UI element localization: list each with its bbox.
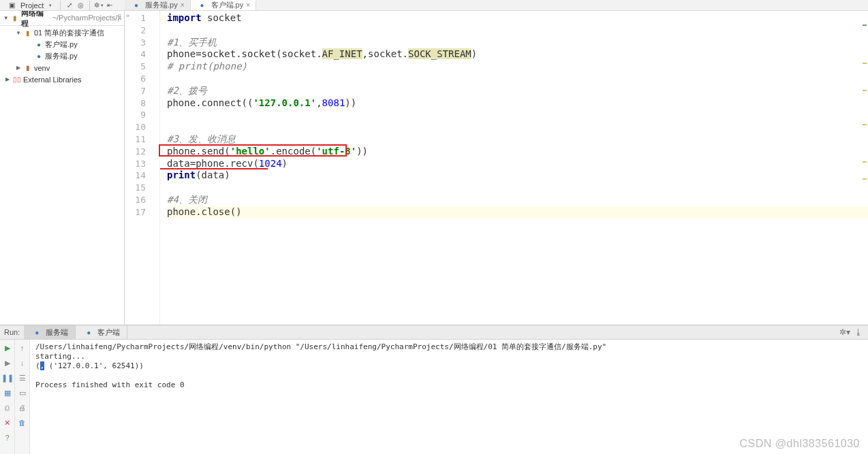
code-line[interactable]: phone.close() — [167, 206, 868, 218]
line-number: 7 — [125, 85, 159, 97]
gear-icon[interactable]: ✲▾ — [839, 327, 850, 337]
scroll-icon[interactable]: ▭ — [17, 387, 28, 398]
code-line[interactable]: print(data) — [167, 169, 868, 182]
project-header[interactable]: ▼ ▮ 网络编程 ~/PycharmProjects/网 — [0, 11, 124, 26]
tree-item[interactable]: ●客户端.py — [0, 39, 124, 50]
code-line[interactable]: #2、拨号 — [167, 85, 868, 97]
python-icon: ● — [32, 327, 42, 337]
run-config-tab[interactable]: ●服务端 — [24, 325, 76, 339]
minimize-icon[interactable]: ⭳ — [854, 327, 863, 337]
print-icon[interactable]: ⎙ — [2, 402, 13, 413]
wrap-icon[interactable]: ☰ — [17, 372, 28, 383]
project-tool-button[interactable]: ▣ Project ▾ — [3, 1, 56, 10]
editor-tab[interactable]: ●服务端.py× — [125, 0, 191, 10]
run-header: Run: ●服务端●客户端 ✲▾ ⭳ — [0, 325, 868, 340]
tab-label: 服务端.py — [145, 0, 178, 10]
close-icon[interactable]: ✕ — [2, 417, 13, 428]
line-number: 10 — [125, 121, 159, 133]
run-gutter-right: ↑↓☰▭🖨🗑 — [15, 340, 30, 454]
line-number: 9 — [125, 109, 159, 121]
stripe-warn-icon — [863, 63, 867, 64]
tree-item-label: 01 简单的套接字通信 — [34, 28, 104, 38]
target-icon[interactable]: ◎ — [76, 1, 85, 10]
run-tab-label: 客户端 — [97, 327, 120, 338]
code-line[interactable]: #4、关闭 — [167, 194, 868, 206]
line-number: 3 — [125, 37, 159, 49]
line-number: 11 — [125, 133, 159, 146]
line-number: 13 — [125, 158, 159, 170]
code-line[interactable]: phone.connect(('127.0.0.1',8081)) — [167, 97, 868, 110]
project-tree: ▼▮01 简单的套接字通信●客户端.py●服务端.py▶▮venv▶▯▯Exte… — [0, 26, 124, 86]
tree-arrow-icon: ▼ — [15, 30, 22, 36]
project-icon: ▣ — [7, 1, 16, 10]
py-icon: ● — [34, 40, 44, 50]
code-content[interactable]: import socket #1、买手机phone=socket.socket(… — [160, 11, 868, 325]
line-number: 17 — [125, 206, 159, 218]
python-icon: ● — [84, 327, 93, 337]
code-line[interactable] — [167, 109, 868, 121]
tree-item[interactable]: ▶▯▯External Libraries — [0, 74, 124, 85]
line-number: 5 — [125, 61, 159, 73]
separator — [89, 1, 90, 10]
annotation-underline — [160, 168, 268, 169]
tree-item-label: venv — [34, 64, 50, 72]
settings-icon[interactable]: ✲▾ — [94, 1, 104, 10]
line-number: 8 — [125, 97, 159, 110]
run-gutter-left: ▶▶❚❚▦⎙✕? — [0, 340, 15, 454]
console-output[interactable]: /Users/linhaifeng/PycharmProjects/网络编程/v… — [30, 340, 868, 454]
line-number: 12 — [125, 146, 159, 158]
python-file-icon: ● — [131, 1, 141, 10]
code-line[interactable] — [167, 182, 868, 194]
line-gutter: 1234567891011121314151617 — [125, 11, 160, 325]
collapse-icon[interactable]: ⤢ — [65, 1, 74, 10]
stripe-warn-icon — [863, 124, 867, 125]
help-icon[interactable]: ? — [2, 432, 13, 443]
run-icon[interactable]: ▶ — [2, 342, 13, 353]
stripe-warn-icon — [863, 161, 867, 163]
code-line[interactable] — [167, 25, 868, 37]
up-icon[interactable]: ↑ — [17, 342, 28, 353]
tree-item-label: 服务端.py — [45, 51, 78, 61]
down-icon[interactable]: ↓ — [17, 357, 28, 368]
python-file-icon: ● — [198, 1, 207, 10]
line-number: 14 — [125, 169, 159, 182]
code-line[interactable]: data=phone.recv(1024) — [167, 158, 868, 170]
error-stripe — [861, 22, 868, 325]
code-editor[interactable]: » 1234567891011121314151617 import socke… — [125, 11, 868, 325]
code-line[interactable]: #1、买手机 — [167, 37, 868, 49]
code-line[interactable]: phone=socket.socket(socket.AF_INET,socke… — [167, 48, 868, 61]
chevron-down-icon: ▾ — [49, 3, 52, 8]
close-icon[interactable]: × — [181, 1, 185, 9]
line-number: 15 — [125, 182, 159, 194]
pause-icon[interactable]: ❚❚ — [2, 372, 13, 383]
run-label: Run: — [0, 325, 24, 339]
editor-tab[interactable]: ●客户端.py× — [191, 0, 257, 10]
tree-item-label: External Libraries — [23, 76, 82, 84]
layout-icon[interactable]: ▦ — [2, 387, 13, 398]
tree-item[interactable]: ●服务端.py — [0, 50, 124, 62]
separator — [60, 1, 61, 10]
run-tab-label: 服务端 — [46, 327, 68, 338]
project-panel: ▼ ▮ 网络编程 ~/PycharmProjects/网 ▼▮01 简单的套接字… — [0, 11, 125, 325]
line-number: 4 — [125, 48, 159, 61]
run-config-tab[interactable]: ●客户端 — [76, 325, 127, 339]
code-line[interactable]: # print(phone) — [167, 61, 868, 73]
code-line[interactable]: import socket — [167, 12, 868, 25]
console-line: starting... — [35, 352, 863, 361]
hide-icon[interactable]: ⇤ — [105, 1, 114, 10]
trash-icon[interactable]: 🗑 — [17, 417, 28, 428]
line-number: 2 — [125, 25, 159, 37]
line-number: 1 — [125, 12, 159, 25]
tree-item[interactable]: ▶▮venv — [0, 62, 124, 74]
venv-icon: ▮ — [23, 63, 33, 73]
rerun-icon[interactable]: ▶ — [2, 357, 13, 368]
editor-area: » 1234567891011121314151617 import socke… — [125, 11, 868, 325]
console-line: Process finished with exit code 0 — [35, 380, 863, 390]
tree-arrow-icon: ▶ — [15, 65, 22, 71]
printer-icon[interactable]: 🖨 — [17, 402, 28, 413]
code-line[interactable] — [167, 121, 868, 133]
code-line[interactable] — [167, 73, 868, 85]
run-panel: Run: ●服务端●客户端 ✲▾ ⭳ ▶▶❚❚▦⎙✕? ↑↓☰▭🖨🗑 /User… — [0, 325, 868, 454]
tree-item[interactable]: ▼▮01 简单的套接字通信 — [0, 27, 124, 39]
close-icon[interactable]: × — [246, 1, 250, 9]
